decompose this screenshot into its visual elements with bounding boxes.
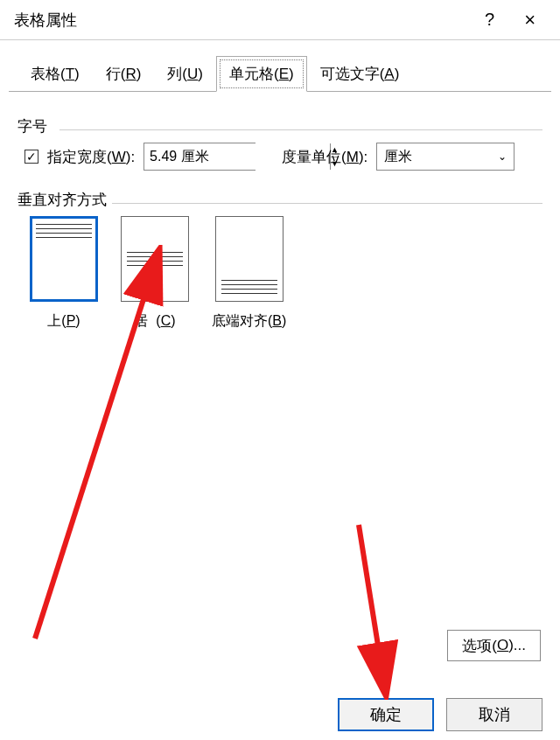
options-button[interactable]: 选项(O)... (447, 630, 541, 661)
size-group: 字号 ✓ 指定宽度(W): ▲ ▼ 度量单位(M): 厘米 ⌄ (18, 116, 542, 171)
valign-group: 垂直对齐方式 上(P) 居 (C) (18, 190, 542, 331)
ok-button[interactable]: 确定 (338, 698, 434, 731)
tab-column[interactable]: 列(U) (154, 56, 216, 92)
unit-select[interactable]: 厘米 ⌄ (376, 143, 514, 171)
help-button[interactable]: ? (466, 10, 514, 30)
width-checkbox[interactable]: ✓ (24, 150, 38, 164)
valign-center-button[interactable] (121, 216, 189, 302)
tab-row[interactable]: 行(R) (93, 56, 155, 92)
unit-value: 厘米 (384, 148, 412, 166)
size-group-label: 字号 (18, 116, 47, 136)
valign-top-button[interactable] (30, 216, 98, 302)
valign-center-item: 居 (C) (121, 216, 189, 331)
valign-top-label: 上(P) (47, 312, 80, 331)
tab-cell[interactable]: 单元格(E) (216, 56, 307, 92)
svg-line-3 (359, 525, 385, 689)
valign-center-label: 居 (C) (134, 312, 175, 331)
tab-table[interactable]: 表格(T) (18, 56, 93, 92)
tab-alttext[interactable]: 可选文字(A) (307, 56, 413, 92)
unit-label: 度量单位(M): (282, 147, 368, 167)
tab-bar: 表格(T) 行(R) 列(U) 单元格(E) 可选文字(A) (0, 40, 560, 92)
content-area: 字号 ✓ 指定宽度(W): ▲ ▼ 度量单位(M): 厘米 ⌄ 垂直对齐方式 (0, 92, 560, 331)
size-row: ✓ 指定宽度(W): ▲ ▼ 度量单位(M): 厘米 ⌄ (24, 143, 542, 171)
valign-group-label: 垂直对齐方式 (18, 190, 107, 210)
annotation-arrow-2 (350, 516, 420, 700)
cancel-button[interactable]: 取消 (446, 698, 542, 731)
close-button[interactable]: × (514, 9, 546, 31)
valign-options: 上(P) 居 (C) 底端对齐(B) (30, 216, 542, 331)
footer: 确定 取消 (0, 698, 560, 731)
valign-bottom-label: 底端对齐(B) (212, 312, 286, 331)
valign-bottom-button[interactable] (215, 216, 284, 302)
width-spinner[interactable]: ▲ ▼ (144, 143, 256, 171)
width-label: 指定宽度(W): (47, 147, 135, 167)
titlebar: 表格属性 ? × (0, 0, 560, 40)
valign-top-item: 上(P) (30, 216, 98, 331)
dialog-title: 表格属性 (14, 10, 466, 31)
valign-bottom-item: 底端对齐(B) (212, 216, 286, 331)
chevron-down-icon: ⌄ (498, 150, 507, 163)
